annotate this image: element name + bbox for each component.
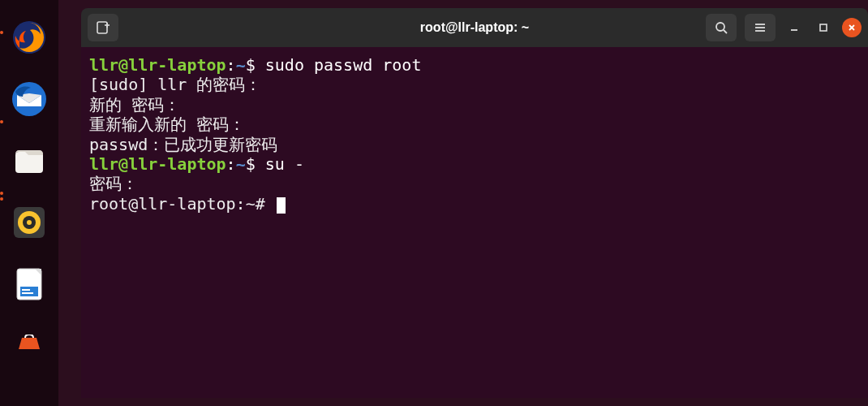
menu-button[interactable]: [745, 14, 776, 41]
files-icon[interactable]: [8, 140, 50, 182]
firefox-icon[interactable]: [8, 16, 50, 58]
svg-rect-11: [97, 22, 107, 33]
svg-rect-9: [22, 289, 30, 291]
terminal-line: llr@llr-laptop:~$ su -: [89, 154, 860, 174]
terminal-line: 密码：: [89, 174, 860, 193]
svg-line-15: [724, 30, 727, 33]
new-tab-button[interactable]: [88, 14, 118, 41]
terminal-line: passwd：已成功更新密码: [89, 135, 860, 154]
terminal-line: 重新输入新的 密码：: [89, 114, 860, 134]
svg-point-14: [716, 23, 724, 31]
svg-rect-8: [20, 287, 38, 296]
terminal-line: root@llr-laptop:~#: [89, 194, 860, 214]
terminal-output[interactable]: llr@llr-laptop:~$ sudo passwd root[sudo]…: [81, 47, 868, 398]
window-titlebar: root@llr-laptop: ~: [81, 8, 868, 47]
minimize-button[interactable]: [784, 17, 805, 38]
libreoffice-writer-icon[interactable]: [8, 263, 50, 305]
thunderbird-icon[interactable]: [8, 78, 50, 120]
svg-point-6: [27, 220, 32, 225]
svg-rect-20: [820, 24, 827, 31]
ubuntu-dock: [0, 0, 58, 406]
terminal-line: llr@llr-laptop:~$ sudo passwd root: [89, 55, 860, 75]
terminal-line: 新的 密码：: [89, 95, 860, 114]
search-button[interactable]: [706, 14, 737, 41]
maximize-button[interactable]: [813, 17, 834, 38]
ubuntu-software-icon[interactable]: [8, 322, 50, 364]
terminal-line: [sudo] llr 的密码：: [89, 75, 860, 94]
workspace: root@llr-laptop: ~: [58, 0, 868, 406]
rhythmbox-icon[interactable]: [8, 201, 50, 244]
svg-rect-10: [22, 292, 33, 294]
close-button[interactable]: [842, 18, 862, 37]
